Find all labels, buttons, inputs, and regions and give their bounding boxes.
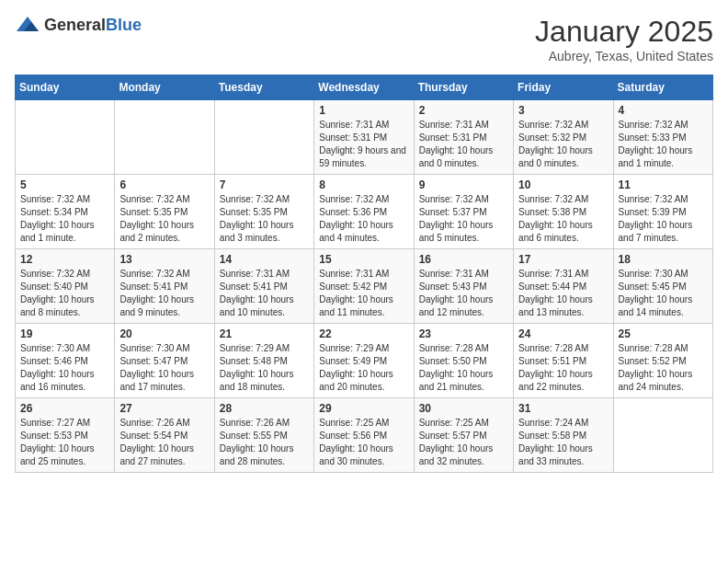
calendar-cell: 11Sunrise: 7:32 AMSunset: 5:39 PMDayligh… [613,175,712,249]
day-info: Sunrise: 7:28 AMSunset: 5:52 PMDaylight:… [619,342,708,394]
day-number: 6 [119,178,209,191]
day-info: Sunrise: 7:30 AMSunset: 5:46 PMDaylight:… [20,342,109,394]
calendar-cell: 3Sunrise: 7:32 AMSunset: 5:32 PMDaylight… [514,100,613,175]
day-number: 10 [518,178,608,191]
day-info: Sunrise: 7:32 AMSunset: 5:37 PMDaylight:… [419,193,508,245]
calendar-cell: 15Sunrise: 7:31 AMSunset: 5:42 PMDayligh… [314,249,414,324]
day-number: 27 [119,402,209,415]
day-info: Sunrise: 7:25 AMSunset: 5:57 PMDaylight:… [419,417,508,468]
calendar-cell: 5Sunrise: 7:32 AMSunset: 5:34 PMDaylight… [16,175,115,249]
calendar-cell [16,100,115,175]
week-row-5: 26Sunrise: 7:27 AMSunset: 5:53 PMDayligh… [16,398,713,473]
calendar-cell: 8Sunrise: 7:32 AMSunset: 5:36 PMDaylight… [314,175,414,249]
day-number: 12 [20,253,109,266]
day-info: Sunrise: 7:24 AMSunset: 5:58 PMDaylight:… [518,417,608,468]
calendar-cell: 4Sunrise: 7:32 AMSunset: 5:33 PMDaylight… [613,100,712,175]
day-info: Sunrise: 7:31 AMSunset: 5:43 PMDaylight:… [419,268,508,319]
calendar-table: SundayMondayTuesdayWednesdayThursdayFrid… [15,75,713,473]
day-number: 17 [518,253,608,266]
weekday-header-thursday: Thursday [414,75,513,100]
day-number: 23 [419,327,508,340]
calendar-cell: 17Sunrise: 7:31 AMSunset: 5:44 PMDayligh… [514,249,613,324]
day-info: Sunrise: 7:32 AMSunset: 5:33 PMDaylight:… [619,119,708,170]
day-info: Sunrise: 7:31 AMSunset: 5:42 PMDaylight:… [319,268,408,319]
day-number: 26 [20,402,109,415]
calendar-cell: 29Sunrise: 7:25 AMSunset: 5:56 PMDayligh… [314,398,414,473]
week-row-1: 1Sunrise: 7:31 AMSunset: 5:31 PMDaylight… [16,100,713,175]
day-info: Sunrise: 7:26 AMSunset: 5:55 PMDaylight:… [220,417,309,468]
day-info: Sunrise: 7:29 AMSunset: 5:49 PMDaylight:… [319,342,408,394]
day-number: 28 [220,402,309,415]
day-info: Sunrise: 7:26 AMSunset: 5:54 PMDaylight:… [119,417,209,468]
day-number: 30 [419,402,508,415]
calendar-cell: 20Sunrise: 7:30 AMSunset: 5:47 PMDayligh… [115,324,214,398]
day-number: 22 [319,327,408,340]
calendar-title: January 2025 [535,15,713,49]
calendar-subtitle: Aubrey, Texas, United States [535,49,713,63]
weekday-header-friday: Friday [514,75,613,100]
day-info: Sunrise: 7:25 AMSunset: 5:56 PMDaylight:… [319,417,408,468]
logo-icon [15,15,40,35]
day-number: 29 [319,402,408,415]
logo-blue: Blue [106,16,142,34]
day-info: Sunrise: 7:30 AMSunset: 5:45 PMDaylight:… [619,268,708,319]
day-info: Sunrise: 7:31 AMSunset: 5:31 PMDaylight:… [319,119,408,170]
day-number: 11 [619,178,708,191]
weekday-header-tuesday: Tuesday [214,75,313,100]
day-info: Sunrise: 7:32 AMSunset: 5:35 PMDaylight:… [220,193,309,245]
calendar-cell: 21Sunrise: 7:29 AMSunset: 5:48 PMDayligh… [214,324,313,398]
day-number: 1 [319,104,408,117]
calendar-cell: 24Sunrise: 7:28 AMSunset: 5:51 PMDayligh… [514,324,613,398]
day-info: Sunrise: 7:28 AMSunset: 5:51 PMDaylight:… [518,342,608,394]
day-number: 4 [619,104,708,117]
day-number: 21 [220,327,309,340]
calendar-cell: 26Sunrise: 7:27 AMSunset: 5:53 PMDayligh… [16,398,115,473]
weekday-header-sunday: Sunday [16,75,115,100]
calendar-cell: 19Sunrise: 7:30 AMSunset: 5:46 PMDayligh… [16,324,115,398]
calendar-cell: 23Sunrise: 7:28 AMSunset: 5:50 PMDayligh… [414,324,513,398]
calendar-cell: 22Sunrise: 7:29 AMSunset: 5:49 PMDayligh… [314,324,414,398]
day-number: 7 [220,178,309,191]
day-number: 20 [119,327,209,340]
calendar-cell: 13Sunrise: 7:32 AMSunset: 5:41 PMDayligh… [115,249,214,324]
page-header: GeneralBlue January 2025 Aubrey, Texas, … [15,15,713,63]
day-number: 5 [20,178,109,191]
calendar-cell: 25Sunrise: 7:28 AMSunset: 5:52 PMDayligh… [613,324,712,398]
day-number: 14 [220,253,309,266]
day-number: 25 [619,327,708,340]
day-number: 13 [119,253,209,266]
weekday-header-monday: Monday [115,75,214,100]
day-info: Sunrise: 7:28 AMSunset: 5:50 PMDaylight:… [419,342,508,394]
day-info: Sunrise: 7:30 AMSunset: 5:47 PMDaylight:… [119,342,209,394]
calendar-cell: 2Sunrise: 7:31 AMSunset: 5:31 PMDaylight… [414,100,513,175]
day-info: Sunrise: 7:31 AMSunset: 5:44 PMDaylight:… [518,268,608,319]
calendar-cell: 16Sunrise: 7:31 AMSunset: 5:43 PMDayligh… [414,249,513,324]
weekday-header-row: SundayMondayTuesdayWednesdayThursdayFrid… [16,75,713,100]
day-info: Sunrise: 7:32 AMSunset: 5:38 PMDaylight:… [518,193,608,245]
day-number: 15 [319,253,408,266]
calendar-cell: 31Sunrise: 7:24 AMSunset: 5:58 PMDayligh… [514,398,613,473]
day-number: 2 [419,104,508,117]
day-info: Sunrise: 7:32 AMSunset: 5:41 PMDaylight:… [119,268,209,319]
day-number: 3 [518,104,608,117]
calendar-cell: 10Sunrise: 7:32 AMSunset: 5:38 PMDayligh… [514,175,613,249]
day-number: 19 [20,327,109,340]
calendar-cell: 14Sunrise: 7:31 AMSunset: 5:41 PMDayligh… [214,249,313,324]
calendar-cell: 1Sunrise: 7:31 AMSunset: 5:31 PMDaylight… [314,100,414,175]
calendar-cell: 6Sunrise: 7:32 AMSunset: 5:35 PMDaylight… [115,175,214,249]
day-info: Sunrise: 7:32 AMSunset: 5:35 PMDaylight:… [119,193,209,245]
calendar-cell [613,398,712,473]
calendar-cell: 18Sunrise: 7:30 AMSunset: 5:45 PMDayligh… [613,249,712,324]
day-info: Sunrise: 7:32 AMSunset: 5:39 PMDaylight:… [619,193,708,245]
calendar-cell: 12Sunrise: 7:32 AMSunset: 5:40 PMDayligh… [16,249,115,324]
day-number: 8 [319,178,408,191]
day-info: Sunrise: 7:31 AMSunset: 5:41 PMDaylight:… [220,268,309,319]
logo: GeneralBlue [15,15,142,35]
week-row-4: 19Sunrise: 7:30 AMSunset: 5:46 PMDayligh… [16,324,713,398]
calendar-cell: 30Sunrise: 7:25 AMSunset: 5:57 PMDayligh… [414,398,513,473]
calendar-cell [115,100,214,175]
day-info: Sunrise: 7:31 AMSunset: 5:31 PMDaylight:… [419,119,508,170]
day-number: 16 [419,253,508,266]
day-number: 9 [419,178,508,191]
day-info: Sunrise: 7:32 AMSunset: 5:40 PMDaylight:… [20,268,109,319]
